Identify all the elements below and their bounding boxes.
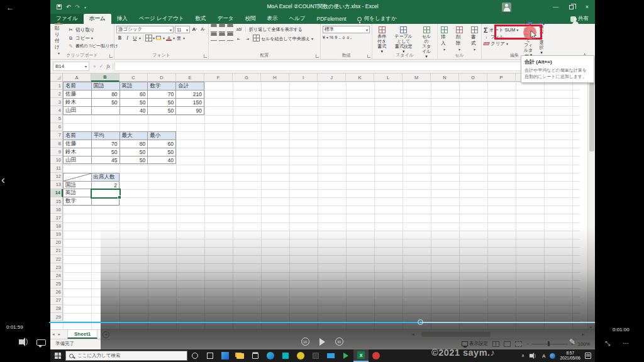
- row-header-17[interactable]: 17: [50, 214, 63, 222]
- teal-app-button[interactable]: [278, 349, 293, 362]
- start-button[interactable]: [50, 349, 65, 362]
- percent-button[interactable]: %: [330, 35, 333, 40]
- cell[interactable]: [64, 173, 92, 182]
- taskbar-search-box[interactable]: ここに入力して検索: [65, 351, 187, 361]
- save-icon[interactable]: [57, 4, 62, 9]
- format-cells-button[interactable]: 書式▾: [469, 26, 480, 52]
- cell[interactable]: 70: [92, 140, 120, 148]
- menu-tab-7[interactable]: 表示: [261, 14, 283, 24]
- bottom-align-icon[interactable]: [227, 27, 233, 32]
- align-right-icon[interactable]: [227, 36, 233, 41]
- menu-tab-5[interactable]: データ: [211, 14, 239, 24]
- row-header-9[interactable]: 9: [50, 148, 63, 156]
- user-avatar[interactable]: [502, 3, 511, 12]
- menu-tab-6[interactable]: 校閲: [239, 14, 261, 24]
- cell[interactable]: 最小: [148, 132, 176, 140]
- column-header-P[interactable]: P: [487, 74, 516, 82]
- video-progress-track[interactable]: [49, 322, 595, 323]
- menu-tab-2[interactable]: 挿入: [111, 14, 133, 24]
- cell[interactable]: 80: [120, 140, 148, 148]
- underline-button[interactable]: U: [131, 35, 138, 41]
- font-name-combo[interactable]: 游ゴシック▾: [116, 26, 174, 33]
- format-painter-button[interactable]: ✎書式のコピー/貼り付け: [67, 42, 118, 50]
- row-header-12[interactable]: 12: [50, 173, 63, 181]
- row-header-14[interactable]: 14: [50, 189, 63, 197]
- increase-indent-button[interactable]: ⇥: [244, 35, 251, 42]
- row-header-25[interactable]: 25: [50, 280, 63, 288]
- cell[interactable]: 山田: [64, 156, 92, 165]
- column-header-J[interactable]: J: [318, 74, 346, 82]
- column-header-N[interactable]: N: [431, 74, 459, 82]
- vertical-scrollbar[interactable]: ▴▾: [587, 74, 595, 329]
- clear-button[interactable]: クリア▾: [484, 40, 518, 48]
- sheet-nav-left-icon[interactable]: ◂: [50, 332, 57, 337]
- photos-button[interactable]: [218, 349, 233, 362]
- cell[interactable]: 150: [176, 99, 204, 107]
- cell[interactable]: 国語: [92, 82, 120, 90]
- share-button[interactable]: 共有: [570, 14, 595, 24]
- menu-tab-8[interactable]: ヘルプ: [283, 14, 311, 24]
- number-dialog-launcher[interactable]: [367, 55, 370, 58]
- column-header-I[interactable]: I: [289, 74, 318, 82]
- grow-font-button[interactable]: A^: [191, 26, 198, 33]
- cell[interactable]: 40: [148, 156, 176, 165]
- row-header-10[interactable]: 10: [50, 156, 63, 164]
- row-header-13[interactable]: 13: [50, 181, 63, 189]
- column-header-L[interactable]: L: [374, 74, 402, 82]
- cell[interactable]: 70: [148, 90, 176, 99]
- copy-button[interactable]: ⧉コピー▾: [67, 34, 118, 42]
- alignment-dialog-launcher[interactable]: [316, 55, 319, 58]
- select-all-corner[interactable]: [50, 74, 63, 82]
- cell[interactable]: 80: [92, 90, 120, 99]
- cell[interactable]: 数学: [64, 197, 92, 206]
- menu-tab-4[interactable]: 数式: [189, 14, 211, 24]
- cell[interactable]: 平均: [92, 132, 120, 140]
- cell[interactable]: 佐藤: [64, 90, 92, 99]
- cell[interactable]: [92, 107, 120, 115]
- cell[interactable]: 英語: [120, 82, 148, 90]
- horizontal-scrollbar[interactable]: ◂▸: [410, 331, 586, 337]
- excel-taskbar-button[interactable]: X: [353, 349, 369, 362]
- qat-dropdown-icon[interactable]: ▾: [84, 5, 86, 9]
- cell[interactable]: 50: [148, 107, 176, 115]
- column-header-M[interactable]: M: [402, 74, 431, 82]
- row-header-7[interactable]: 7: [50, 131, 63, 140]
- cell[interactable]: 山田: [64, 107, 92, 115]
- cell[interactable]: 鈴木: [64, 99, 92, 107]
- row-header-15[interactable]: 15: [50, 197, 63, 206]
- insert-cells-button[interactable]: 挿入▾: [438, 26, 450, 52]
- recorder-app-button[interactable]: [369, 349, 384, 362]
- hscroll-thumb[interactable]: [421, 332, 491, 337]
- increase-decimal-button[interactable]: ←.0: [338, 36, 345, 40]
- name-box[interactable]: B14▾: [53, 62, 89, 71]
- cell[interactable]: 210: [176, 90, 204, 99]
- cell[interactable]: 合計: [176, 82, 204, 90]
- video-more-button[interactable]: …: [623, 338, 630, 345]
- mail-button[interactable]: [323, 349, 338, 362]
- cell[interactable]: 60: [148, 140, 176, 148]
- row-header-2[interactable]: 2: [50, 90, 63, 98]
- shrink-font-button[interactable]: Av: [199, 26, 206, 33]
- row-header-28[interactable]: 28: [50, 305, 63, 313]
- insert-function-icon[interactable]: fx: [106, 63, 110, 69]
- borders-button[interactable]: [145, 35, 152, 41]
- middle-align-icon[interactable]: [219, 27, 225, 32]
- cell[interactable]: 50: [148, 99, 176, 107]
- redo-button[interactable]: ↷: [75, 4, 80, 10]
- row-header-23[interactable]: 23: [50, 263, 63, 272]
- bold-button[interactable]: B: [116, 35, 123, 41]
- comma-button[interactable]: 9: [335, 35, 337, 40]
- row-header-22[interactable]: 22: [50, 255, 63, 263]
- align-left-icon[interactable]: [211, 36, 217, 41]
- cell[interactable]: 出席人数: [92, 173, 120, 182]
- cells-area[interactable]: 名前国語英語数学合計佐藤806070210鈴木505050150山田405090…: [63, 82, 580, 329]
- edge-button[interactable]: [263, 349, 278, 362]
- font-dialog-launcher[interactable]: [204, 55, 207, 58]
- formula-input[interactable]: [114, 62, 591, 71]
- menu-tab-3[interactable]: ページ レイアウト: [133, 14, 190, 24]
- cell[interactable]: 数学: [148, 82, 176, 90]
- row-header-4[interactable]: 4: [50, 106, 63, 114]
- tray-expand-icon[interactable]: ∧: [521, 353, 525, 358]
- cell[interactable]: 50: [120, 148, 148, 156]
- task-view-button[interactable]: [203, 349, 218, 362]
